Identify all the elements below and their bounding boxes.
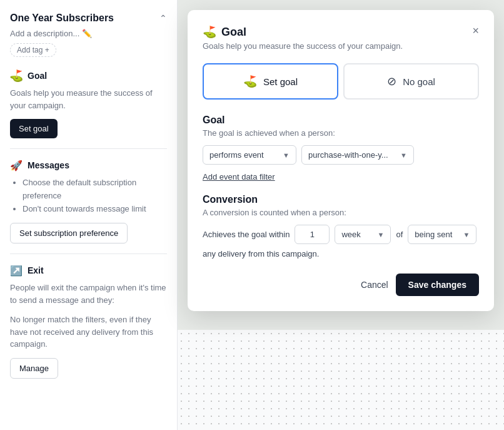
goal-section-header: ⛳ Goal — [10, 69, 167, 82]
set-subscription-button[interactable]: Set subscription preference — [10, 223, 128, 243]
set-goal-toggle[interactable]: ⛳ Set goal — [203, 63, 338, 100]
no-goal-icon: ⊘ — [387, 74, 396, 88]
goal-section-description: Goals help you measure the success of yo… — [10, 87, 167, 111]
add-event-filter-link[interactable]: Add event data filter — [203, 172, 275, 182]
no-goal-toggle-label: No goal — [403, 76, 435, 87]
description-text: Add a description... — [10, 29, 79, 38]
cancel-button[interactable]: Cancel — [361, 280, 388, 290]
sidebar-goal-section: ⛳ Goal Goals help you measure the succes… — [10, 69, 167, 138]
add-tag-button[interactable]: Add tag + — [10, 43, 56, 57]
time-unit-chevron: ▼ — [378, 231, 385, 238]
modal-goal-icon: ⛳ — [203, 25, 216, 39]
delivery-dropdown[interactable]: being sent ▼ — [408, 225, 476, 244]
event-value-dropdown[interactable]: purchase-with-one-y... ▼ — [301, 145, 414, 165]
exit-section-subdescription: No longer match the filters, even if the… — [10, 314, 167, 351]
modal-overlay: ⛳ Goal × Goals help you measure the succ… — [178, 0, 504, 430]
sidebar-messages-section: 🚀 Messages Choose the default subscripti… — [10, 159, 167, 243]
chevron-up-icon: ⌃ — [159, 13, 167, 23]
goal-number-input[interactable] — [295, 225, 330, 244]
goal-config-title: Goal — [203, 115, 479, 126]
exit-section-description: People will exit the campaign when it's … — [10, 282, 167, 306]
sidebar-title: One Year Subscribers — [10, 13, 114, 24]
bullet-item-1: Choose the default subscription preferen… — [23, 177, 167, 203]
event-type-chevron: ▼ — [283, 151, 290, 159]
sidebar-description: Add a description... ✏️ — [10, 29, 167, 38]
delivery-chevron: ▼ — [463, 231, 470, 238]
divider-2 — [10, 253, 167, 254]
modal-close-button[interactable]: × — [472, 25, 479, 36]
modal-title: Goal — [221, 26, 246, 39]
exit-icon: ↗️ — [10, 264, 23, 277]
set-goal-button[interactable]: Set goal — [10, 119, 58, 138]
messages-bullet-list: Choose the default subscription preferen… — [10, 177, 167, 215]
sidebar: One Year Subscribers ⌃ Add a description… — [0, 0, 178, 430]
bullet-item-2: Don't count towards message limit — [23, 203, 167, 216]
modal-subtitle: Goals help you measure the success of yo… — [203, 41, 479, 51]
conversion-subtitle: A conversion is counted when a person: — [203, 208, 479, 217]
conversion-title: Conversion — [203, 194, 479, 205]
goal-section-title: Goal — [28, 71, 47, 81]
modal-footer: Cancel Save changes — [203, 274, 479, 296]
goal-config-subtitle: The goal is achieved when a person: — [203, 128, 479, 138]
delivery-label: being sent — [415, 230, 452, 239]
goal-modal: ⛳ Goal × Goals help you measure the succ… — [188, 10, 494, 311]
event-value-chevron: ▼ — [400, 151, 407, 159]
time-unit-dropdown[interactable]: week ▼ — [335, 225, 391, 244]
modal-title-row: ⛳ Goal — [203, 25, 246, 39]
conversion-suffix-text: any delivery from this campaign. — [203, 249, 479, 259]
exit-section-title: Exit — [28, 265, 44, 275]
divider-1 — [10, 148, 167, 149]
of-label: of — [396, 230, 403, 239]
set-goal-icon: ⛳ — [243, 74, 257, 88]
edit-icon[interactable]: ✏️ — [82, 29, 92, 38]
save-changes-button[interactable]: Save changes — [396, 274, 479, 296]
goal-icon: ⛳ — [10, 69, 23, 82]
set-goal-toggle-label: Set goal — [263, 76, 298, 87]
manage-button[interactable]: Manage — [10, 358, 58, 379]
event-value-label: purchase-with-one-y... — [308, 150, 388, 160]
event-filter-row: performs event ▼ purchase-with-one-y... … — [203, 145, 479, 165]
modal-toggle-group: ⛳ Set goal ⊘ No goal — [203, 63, 479, 100]
event-type-label: performs event — [209, 150, 264, 160]
achieves-label: Achieves the goal within — [203, 230, 290, 239]
messages-section-title: Messages — [28, 160, 69, 170]
no-goal-toggle[interactable]: ⊘ No goal — [343, 63, 479, 100]
sidebar-exit-section: ↗️ Exit People will exit the campaign wh… — [10, 264, 167, 379]
messages-section-header: 🚀 Messages — [10, 159, 167, 171]
modal-header: ⛳ Goal × — [203, 25, 479, 39]
sidebar-header: One Year Subscribers ⌃ — [10, 13, 167, 24]
time-unit-label: week — [341, 230, 360, 239]
conversion-row: Achieves the goal within week ▼ of being… — [203, 225, 479, 244]
exit-section-header: ↗️ Exit — [10, 264, 167, 277]
messages-icon: 🚀 — [10, 159, 23, 171]
add-tag-label: Add tag + — [17, 46, 49, 54]
event-type-dropdown[interactable]: performs event ▼ — [203, 145, 296, 165]
